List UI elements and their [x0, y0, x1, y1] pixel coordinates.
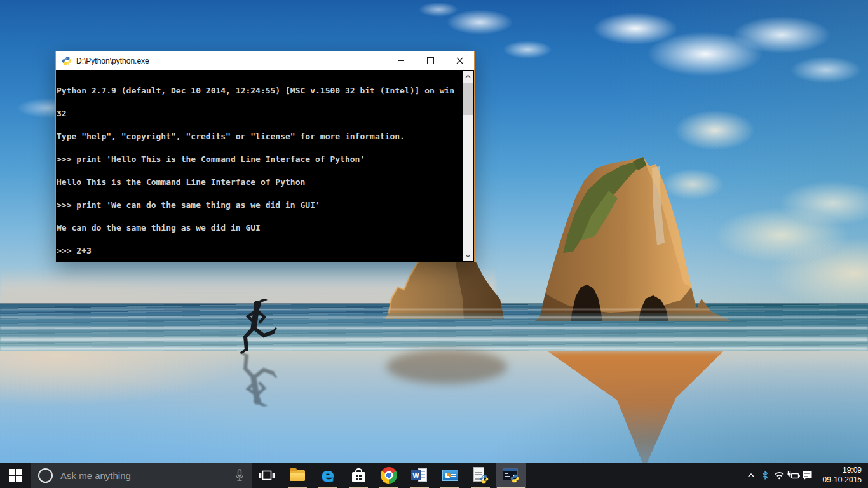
action-center-button[interactable] [800, 463, 814, 488]
console-line: Type "help", "copyright", "credits" or "… [57, 133, 463, 140]
runner-reflection [241, 353, 276, 407]
maximize-icon [427, 57, 434, 64]
word-icon: W [411, 468, 428, 483]
rock-reflection-small [386, 349, 507, 384]
console-line: >>> print 'We can do the same thing as w… [57, 201, 463, 209]
action-center-icon [802, 470, 813, 480]
wave-foam [0, 309, 868, 310]
scroll-down-button[interactable] [463, 250, 473, 261]
chrome-icon [381, 467, 397, 484]
desktop[interactable]: D:\Python\python.exe Python 2.7.9 (defau… [0, 0, 868, 488]
search-placeholder: Ask me anything [60, 470, 131, 481]
clock-date: 09-10-2015 [817, 475, 862, 485]
console-line: >>> 2+3 [57, 247, 463, 255]
chevron-up-icon [747, 473, 755, 478]
file-explorer-icon [290, 470, 305, 481]
wave-foam [0, 337, 868, 341]
wave-foam [0, 327, 868, 329]
runner-ponytail [259, 299, 268, 304]
minimize-button[interactable] [386, 51, 416, 70]
microphone-icon[interactable] [235, 469, 244, 482]
console-line: 32 [57, 110, 463, 118]
window-title: D:\Python\python.exe [76, 57, 149, 65]
battery-charging-icon [786, 471, 800, 480]
cortana-icon [38, 468, 53, 483]
console-line: We can do the same thing as we did in GU… [57, 224, 463, 232]
task-view-icon [259, 470, 275, 481]
scroll-up-button[interactable] [463, 71, 473, 81]
maximize-button[interactable] [416, 51, 445, 70]
archway-rock [535, 157, 731, 321]
chevron-down-icon [465, 254, 471, 258]
window-titlebar[interactable]: D:\Python\python.exe [56, 51, 474, 70]
wave-foam [0, 316, 868, 318]
bluetooth-button[interactable] [758, 463, 772, 488]
console-line: Hello This is the Command Line Interface… [57, 179, 463, 186]
system-tray: 19:09 09-10-2015 [744, 463, 868, 488]
taskbar-app-store[interactable] [343, 463, 374, 488]
taskbar-app-python-file[interactable] [465, 463, 496, 488]
console-output[interactable]: Python 2.7.9 (default, Dec 10 2014, 12:2… [57, 71, 463, 261]
python-icon [62, 56, 72, 66]
powerpoint-icon [442, 470, 458, 481]
taskbar-app-python-console[interactable] [496, 463, 526, 488]
cortana-search-box[interactable]: Ask me anything [31, 463, 252, 488]
windows-store-icon [352, 472, 365, 482]
console-line: >>> print 'Hello This is the Command Lin… [57, 156, 463, 163]
python-file-icon [472, 467, 489, 484]
close-icon [456, 57, 463, 64]
task-view-button[interactable] [252, 463, 282, 488]
start-button[interactable] [0, 463, 31, 488]
clock-time: 19:09 [817, 466, 862, 475]
edge-icon: e [321, 466, 334, 484]
bluetooth-icon [761, 470, 769, 480]
console-window: D:\Python\python.exe Python 2.7.9 (defau… [55, 51, 475, 262]
battery-button[interactable] [786, 463, 800, 488]
runner-silhouette [221, 296, 291, 430]
python-console-icon [503, 468, 519, 483]
console-line: Python 2.7.9 (default, Dec 10 2014, 12:2… [57, 87, 463, 95]
taskbar-app-file-explorer[interactable] [282, 463, 313, 488]
console-scrollbar[interactable] [463, 71, 473, 261]
wifi-icon [774, 471, 785, 480]
chevron-up-icon [465, 74, 471, 78]
taskbar-apps: e W [282, 463, 526, 488]
taskbar-clock[interactable]: 19:09 09-10-2015 [817, 466, 868, 485]
taskbar-app-chrome[interactable] [374, 463, 404, 488]
wifi-button[interactable] [772, 463, 786, 488]
close-button[interactable] [445, 51, 474, 70]
windows-logo-icon [9, 469, 22, 482]
taskbar-app-edge[interactable]: e [313, 463, 343, 488]
taskbar: Ask me anything e [0, 463, 868, 488]
taskbar-app-powerpoint[interactable] [435, 463, 465, 488]
taskbar-app-word[interactable]: W [404, 463, 435, 488]
minimize-icon [398, 60, 404, 61]
hidden-icons-button[interactable] [744, 463, 758, 488]
scrollbar-thumb[interactable] [463, 83, 473, 115]
